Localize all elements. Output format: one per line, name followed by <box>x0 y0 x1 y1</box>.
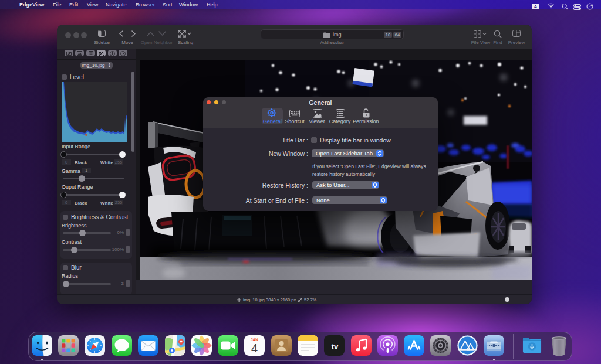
svg-text:tv: tv <box>332 342 339 351</box>
svg-text:JAN: JAN <box>251 338 258 342</box>
svg-text:A: A <box>534 4 538 9</box>
svg-text:4: 4 <box>251 342 258 355</box>
